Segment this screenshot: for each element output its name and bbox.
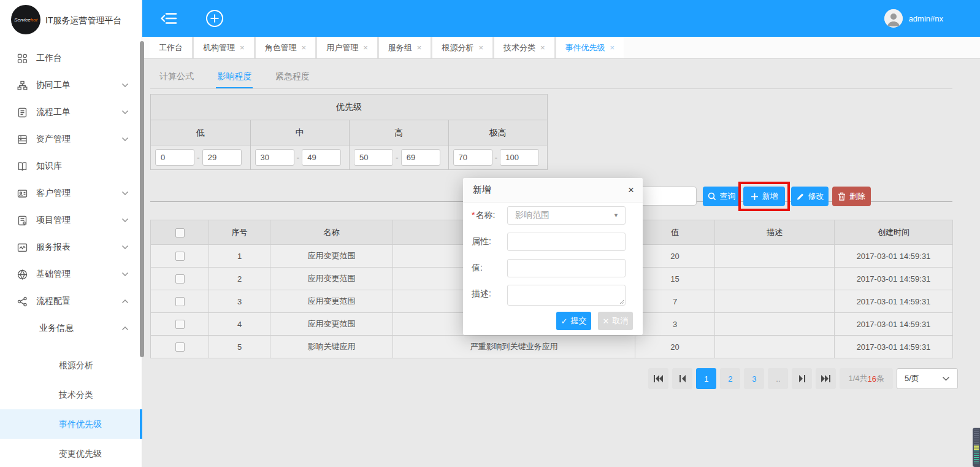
submit-button[interactable]: ✓ 提交 bbox=[556, 312, 591, 330]
page-3-button[interactable]: 3 bbox=[744, 368, 764, 389]
attr-input[interactable] bbox=[507, 233, 626, 251]
sidebar: Servicehot IT服务运营管理平台 工作台 协同工单 bbox=[0, 0, 142, 467]
tab-strip: 工作台 机构管理× 角色管理× 用户管理× 服务组× 根源分析× 技术分类× 事… bbox=[142, 37, 980, 59]
subtab-formula[interactable]: 计算公式 bbox=[158, 66, 195, 88]
sidebar-item-process-orders[interactable]: 流程工单 bbox=[0, 99, 142, 126]
logo-row: Servicehot IT服务运营管理平台 bbox=[0, 0, 142, 39]
sidebar-item-knowledge-base[interactable]: 知识库 bbox=[0, 153, 142, 180]
medium-to-input[interactable] bbox=[302, 149, 341, 166]
chevron-down-icon bbox=[121, 110, 129, 115]
priority-level-headers: 低 中 高 极高 bbox=[151, 120, 547, 145]
total-count: 16 bbox=[868, 374, 876, 384]
sidebar-item-project-mgmt[interactable]: 项目管理 bbox=[0, 207, 142, 234]
row-checkbox[interactable] bbox=[175, 320, 185, 329]
chevron-down-icon bbox=[121, 218, 129, 223]
tab-incident-priority[interactable]: 事件优先级× bbox=[554, 37, 624, 58]
chevron-down-icon bbox=[942, 376, 950, 381]
low-to-input[interactable] bbox=[202, 149, 242, 166]
name-select[interactable]: 影响范围 ▼ bbox=[507, 206, 626, 225]
page-1-button[interactable]: 1 bbox=[696, 368, 716, 389]
critical-to-input[interactable] bbox=[500, 149, 539, 166]
subtab-urgency-level[interactable]: 紧急程度 bbox=[274, 66, 311, 88]
query-button[interactable]: 查询 bbox=[703, 187, 740, 206]
prev-page-button[interactable] bbox=[672, 368, 692, 389]
first-page-button[interactable] bbox=[648, 368, 668, 389]
delete-button[interactable]: 删除 bbox=[832, 187, 871, 206]
sidebar-item-customer-mgmt[interactable]: 客户管理 bbox=[0, 180, 142, 207]
row-checkbox[interactable] bbox=[175, 297, 185, 306]
priority-table-title: 优先级 bbox=[151, 95, 547, 120]
resize-grip-icon[interactable] bbox=[619, 299, 624, 304]
high-from-input[interactable] bbox=[354, 149, 393, 166]
row-checkbox[interactable] bbox=[175, 342, 185, 352]
value-input[interactable] bbox=[507, 259, 626, 277]
sidebar-item-change-priority[interactable]: 变更优先级 bbox=[0, 439, 142, 467]
sidebar-item-business-info[interactable]: 业务信息 bbox=[0, 315, 142, 342]
row-checkbox[interactable] bbox=[175, 274, 185, 284]
tab-root-cause[interactable]: 根源分析× bbox=[431, 37, 492, 58]
close-icon[interactable]: × bbox=[478, 43, 483, 52]
close-icon[interactable]: × bbox=[302, 43, 307, 52]
collapse-sidebar-icon[interactable] bbox=[161, 12, 178, 25]
sidebar-item-process-config[interactable]: 流程配置 bbox=[0, 288, 142, 315]
more-pages-button[interactable]: .. bbox=[768, 368, 788, 389]
chevron-down-icon bbox=[121, 272, 129, 277]
name-field-label: *名称: bbox=[472, 206, 507, 225]
table-row[interactable]: 5 影响关键应用 严重影响到关键业务应用 20 2017-03-01 14:59… bbox=[151, 336, 953, 358]
sidebar-scrollbar[interactable] bbox=[140, 41, 144, 357]
range-dash: - bbox=[297, 153, 300, 163]
cross-icon: ✕ bbox=[603, 317, 610, 326]
tab-workbench[interactable]: 工作台 bbox=[150, 37, 192, 58]
sidebar-item-incident-priority[interactable]: 事件优先级 bbox=[0, 409, 142, 439]
close-icon[interactable]: × bbox=[240, 43, 245, 52]
last-page-icon bbox=[821, 375, 830, 382]
first-page-icon bbox=[654, 375, 663, 382]
critical-from-input[interactable] bbox=[453, 149, 492, 166]
row-checkbox[interactable] bbox=[175, 252, 185, 261]
add-button[interactable]: 新增 bbox=[743, 187, 785, 206]
close-icon[interactable]: × bbox=[417, 43, 422, 52]
edit-button[interactable]: 修改 bbox=[791, 187, 829, 206]
tab-org-mgmt[interactable]: 机构管理× bbox=[192, 37, 254, 58]
user-avatar[interactable] bbox=[884, 9, 903, 28]
tab-tech-category[interactable]: 技术分类× bbox=[492, 37, 554, 58]
sidebar-item-asset-mgmt[interactable]: 资产管理 bbox=[0, 126, 142, 153]
next-page-button[interactable] bbox=[792, 368, 812, 389]
close-icon[interactable]: × bbox=[363, 43, 368, 52]
last-page-button[interactable] bbox=[816, 368, 836, 389]
high-to-input[interactable] bbox=[401, 149, 440, 166]
sidebar-item-basic-mgmt[interactable]: 基础管理 bbox=[0, 261, 142, 288]
select-all-checkbox[interactable] bbox=[175, 228, 185, 237]
level-medium-header: 中 bbox=[250, 120, 350, 145]
dialog-title: 新增 bbox=[473, 184, 491, 196]
page-size-select[interactable]: 5/页 bbox=[897, 368, 958, 389]
sidebar-item-service-reports[interactable]: 服务报表 bbox=[0, 234, 142, 261]
dialog-header: 新增 × bbox=[463, 178, 643, 203]
subtab-impact-level[interactable]: 影响程度 bbox=[216, 66, 253, 88]
sidebar-item-root-cause-analysis[interactable]: 根源分析 bbox=[0, 350, 142, 380]
close-icon[interactable]: × bbox=[610, 43, 615, 52]
tab-role-mgmt[interactable]: 角色管理× bbox=[254, 37, 316, 58]
priority-range-inputs: - - - - bbox=[151, 145, 547, 169]
tab-user-mgmt[interactable]: 用户管理× bbox=[315, 37, 377, 58]
plus-circle-icon[interactable] bbox=[205, 9, 224, 28]
logged-in-user[interactable]: admin#nx bbox=[909, 14, 943, 23]
low-from-input[interactable] bbox=[155, 149, 194, 166]
dialog-close-icon[interactable]: × bbox=[628, 184, 634, 196]
close-icon[interactable]: × bbox=[540, 43, 545, 52]
sidebar-item-collab-orders[interactable]: 协同工单 bbox=[0, 72, 142, 99]
meter-green-bars bbox=[974, 450, 979, 465]
value-field-label: 值: bbox=[472, 259, 507, 277]
medium-from-input[interactable] bbox=[255, 149, 294, 166]
page-2-button[interactable]: 2 bbox=[720, 368, 740, 389]
share-nodes-icon bbox=[17, 296, 28, 307]
chevron-up-icon bbox=[121, 326, 129, 331]
desc-textarea[interactable] bbox=[507, 285, 626, 306]
select-caret-icon: ▼ bbox=[613, 212, 619, 218]
cancel-button[interactable]: ✕ 取消 bbox=[598, 312, 633, 330]
chevron-down-icon bbox=[121, 137, 129, 142]
tab-service-group[interactable]: 服务组× bbox=[377, 37, 431, 58]
logo-text-service: Service bbox=[14, 17, 31, 23]
sidebar-item-tech-category[interactable]: 技术分类 bbox=[0, 380, 142, 409]
sidebar-item-dashboard[interactable]: 工作台 bbox=[0, 45, 142, 72]
